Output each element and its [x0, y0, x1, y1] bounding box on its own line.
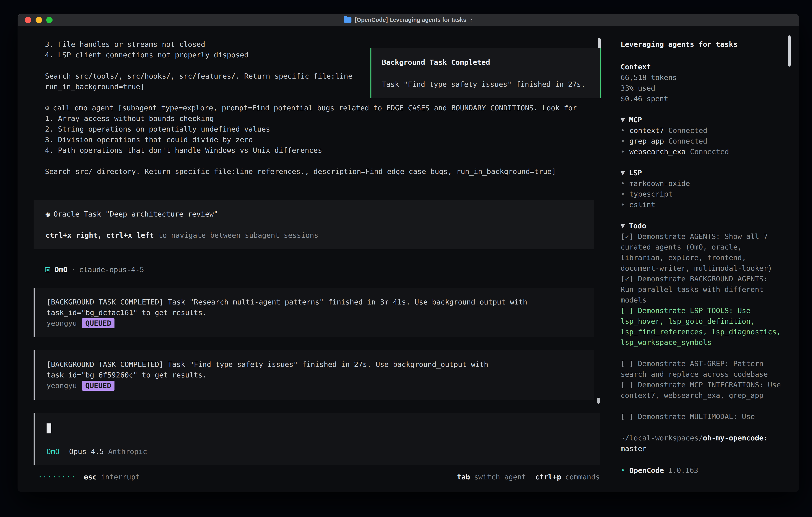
zoom-button[interactable]: [46, 17, 53, 23]
bullet-icon: •: [620, 200, 625, 209]
toast-title: Background Task Completed: [382, 57, 590, 67]
hint-interrupt: esc interrupt: [84, 472, 140, 482]
status-bar: ········ esc interrupt tab switch agent …: [18, 465, 602, 492]
hint-key: tab: [457, 472, 470, 482]
omo-agent-icon: [45, 267, 50, 272]
mcp-name: context7: [629, 126, 664, 135]
hint-commands: ctrl+p commands: [535, 472, 600, 482]
tool-call-line: ⚙call_omo_agent [subagent_type=explore, …: [45, 103, 602, 113]
sidebar: Leveraging agents for tasks Context 66,5…: [615, 26, 799, 492]
mcp-name: websearch_exa: [629, 147, 686, 156]
window-title: [OpenCode] Leveraging agents for tasks ◔: [18, 17, 799, 23]
mcp-item: •websearch_exaConnected: [620, 146, 782, 157]
spinner-icon: ········: [38, 472, 76, 482]
todo-item: [ ] Demonstrate MCP INTEGRATIONS: Use co…: [620, 379, 782, 401]
todo-item: [ ] Demonstrate MULTIMODAL: Use: [620, 411, 782, 422]
todo-item: [✓] Demonstrate AGENTS: Show all 7 curat…: [620, 231, 782, 273]
window-controls: [25, 17, 53, 23]
main-scrollbar-marker[interactable]: [597, 398, 600, 404]
tool-call-text: call_omo_agent [subagent_type=explore, p…: [53, 104, 577, 112]
todo-section-header[interactable]: ▼Todo: [620, 220, 782, 231]
terminal-content: 3. File handles or streams not closed 4.…: [18, 26, 799, 492]
tool-call-line: Search src/ directory. Return specific f…: [45, 166, 602, 177]
active-agent-label: OmO: [47, 446, 60, 457]
workspace-path: ~/local-workspaces/oh-my-opencode: maste…: [620, 433, 782, 454]
app-version: 1.0.163: [668, 466, 698, 474]
message-block: [BACKGROUND TASK COMPLETED] Task "Find t…: [34, 350, 594, 400]
text-cursor: [47, 424, 51, 433]
mcp-section-header[interactable]: ▼MCP: [620, 114, 782, 125]
bullet-icon: •: [620, 147, 625, 156]
lsp-item: •typescript: [620, 189, 782, 199]
oracle-task-title-text: Oracle Task "Deep architecture review": [54, 210, 218, 218]
message-text: [BACKGROUND TASK COMPLETED] Task "Resear…: [47, 297, 582, 307]
tool-call-line: 3. Division operations that could divide…: [45, 134, 602, 145]
chevron-down-icon: ▼: [620, 169, 625, 177]
mcp-item: •context7Connected: [620, 125, 782, 136]
workspace-repo: oh-my-opencode:: [703, 434, 768, 442]
minimize-button[interactable]: [35, 17, 42, 23]
main-pane: 3. File handles or streams not closed 4.…: [18, 26, 602, 492]
close-button[interactable]: [25, 17, 31, 23]
mcp-status: Connected: [690, 147, 729, 156]
desktop: { "colors": { "accent_teal": "#3ad6c5", …: [0, 0, 812, 517]
todo-item: [ ] Demonstrate LSP TOOLS: Use lsp_hover…: [620, 305, 782, 348]
titlebar[interactable]: [OpenCode] Leveraging agents for tasks ◔: [18, 14, 799, 26]
app-name: OpenCode: [629, 466, 664, 474]
folder-icon: [344, 17, 351, 23]
tool-call-line: [45, 156, 602, 166]
session-title: Leveraging agents for tasks: [620, 39, 782, 50]
message-meta: yeongyu QUEUED: [47, 318, 582, 328]
context-heading: Context: [620, 61, 782, 72]
lsp-item: •eslint: [620, 199, 782, 210]
model-name-label: Opus 4.5: [69, 446, 104, 457]
agent-header: OmO · claude-opus-4-5: [45, 264, 602, 275]
tool-call-line: 2. String operations on potentially unde…: [45, 124, 602, 134]
prompt-input[interactable]: OmO Opus 4.5 Anthropic: [34, 413, 600, 465]
context-spent: $0.46 spent: [620, 93, 782, 104]
context-used: 33% used: [620, 83, 782, 93]
lsp-item: •markdown-oxide: [620, 178, 782, 189]
oracle-task-panel: ◉Oracle Task "Deep architecture review" …: [34, 200, 594, 249]
workspace-prefix: ~/local-workspaces/: [620, 434, 703, 442]
separator-dot: ·: [71, 264, 76, 275]
input-line[interactable]: [47, 423, 588, 433]
sidebar-scrollbar-thumb[interactable]: [788, 35, 791, 66]
lsp-section-header[interactable]: ▼LSP: [620, 167, 782, 178]
hint-key: ctrl+p: [535, 472, 561, 482]
todo-item: [ ] Demonstrate AST-GREP: Pattern search…: [620, 358, 782, 379]
app-window: [OpenCode] Leveraging agents for tasks ◔…: [18, 13, 799, 492]
lsp-name: markdown-oxide: [629, 179, 690, 188]
mcp-item: •grep_appConnected: [620, 136, 782, 146]
tool-call-line: 4. Path operations that don't handle Win…: [45, 145, 602, 156]
mcp-name: grep_app: [629, 137, 664, 145]
lsp-name: typescript: [629, 190, 673, 198]
toast-message: Task "Find type safety issues" finished …: [382, 79, 590, 89]
lsp-name: eslint: [629, 200, 655, 209]
hint-text: to navigate between subagent sessions: [154, 231, 318, 239]
oracle-task-title: ◉Oracle Task "Deep architecture review": [46, 209, 582, 219]
gear-icon: ⚙: [45, 104, 49, 112]
todo-heading-text: Todo: [629, 222, 646, 230]
agent-name: OmO: [55, 264, 67, 275]
message-meta: yeongyu QUEUED: [47, 380, 582, 391]
queued-badge: QUEUED: [82, 318, 115, 328]
message-text: task_id="bg_dcfac161" to get results.: [47, 307, 582, 318]
bullet-icon: •: [620, 137, 625, 145]
background-task-toast: Background Task Completed Task "Find typ…: [371, 48, 601, 98]
chevron-down-icon: ▼: [620, 116, 625, 124]
hint-keys: ctrl+x right, ctrl+x left: [46, 231, 154, 239]
mcp-heading-text: MCP: [629, 116, 642, 124]
tool-call-line: 1. Array access without bounds checking: [45, 113, 602, 124]
app-version-row: •OpenCode1.0.163: [620, 465, 782, 475]
hint-switch-agent: tab switch agent: [457, 472, 526, 482]
hint-label: commands: [565, 472, 600, 482]
bullet-icon: •: [620, 179, 625, 188]
mcp-status: Connected: [668, 137, 707, 145]
lsp-heading-text: LSP: [629, 169, 642, 177]
hint-key: esc: [84, 472, 97, 482]
timer-icon: ◔: [469, 17, 473, 23]
right-hints: tab switch agent ctrl+p commands: [457, 472, 600, 482]
model-provider-label: Anthropic: [108, 446, 147, 457]
chevron-down-icon: ▼: [620, 222, 625, 230]
